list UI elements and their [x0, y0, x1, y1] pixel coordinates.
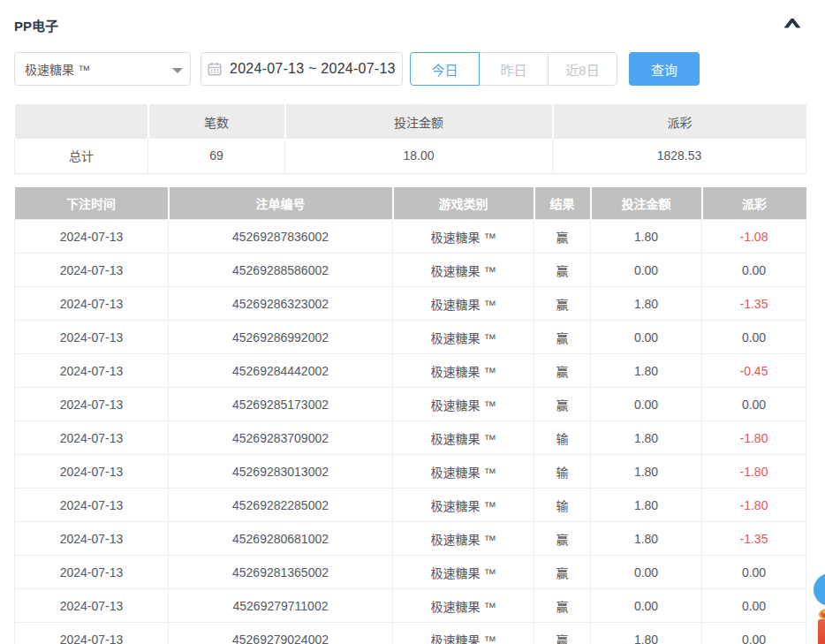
- quick-range-yesterday[interactable]: 昨日: [479, 52, 549, 86]
- record-row: 2024-07-1345269285173002极速糖果 ™赢0.000.00: [15, 388, 806, 421]
- cell-game: 极速糖果 ™: [393, 489, 534, 522]
- cell-date: 2024-07-13: [15, 589, 169, 623]
- record-row: 2024-07-1345269283709002极速糖果 ™输1.80-1.80: [15, 421, 806, 455]
- cell-id: 45269287836002: [169, 220, 393, 254]
- summary-total-label: 总计: [15, 139, 148, 173]
- cell-result: 赢: [534, 589, 591, 623]
- game-select-value: 极速糖果 ™: [25, 60, 90, 78]
- customer-service-bubble[interactable]: [814, 573, 825, 606]
- cell-game: 极速糖果 ™: [393, 623, 534, 644]
- cell-payout: 0.00: [702, 321, 806, 354]
- cell-amount: 0.00: [591, 321, 702, 354]
- cell-id: 45269283013002: [169, 455, 393, 489]
- cell-payout: 0.00: [702, 254, 806, 287]
- date-range-input[interactable]: 2024-07-13 ~ 2024-07-13: [201, 52, 403, 86]
- cell-payout: 0.00: [702, 589, 806, 623]
- summary-total-row: 总计 69 18.00 1828.53: [15, 139, 806, 173]
- cell-amount: 1.80: [591, 421, 702, 455]
- record-row: 2024-07-1345269279024002极速糖果 ™赢1.800.00: [15, 623, 806, 644]
- cell-amount: 1.80: [591, 522, 702, 556]
- cell-result: 赢: [534, 254, 591, 287]
- collapse-panel-button[interactable]: [779, 12, 806, 34]
- cell-date: 2024-07-13: [15, 556, 169, 589]
- cell-date: 2024-07-13: [15, 623, 169, 644]
- col-bet-amount: 投注金额: [591, 187, 702, 220]
- cell-payout: 0.00: [702, 623, 806, 644]
- cell-date: 2024-07-13: [15, 421, 169, 455]
- quick-range-last8days[interactable]: 近8日: [548, 52, 617, 86]
- promo-banner-top: [820, 609, 825, 619]
- cell-payout: -1.35: [702, 522, 806, 556]
- promo-float-widget[interactable]: [813, 605, 825, 644]
- cell-id: 45269279711002: [169, 589, 393, 623]
- record-row: 2024-07-1345269283013002极速糖果 ™输1.80-1.80: [15, 455, 806, 489]
- cell-result: 赢: [534, 354, 591, 388]
- cell-date: 2024-07-13: [15, 220, 169, 254]
- summary-total-bet-amount: 18.00: [285, 139, 553, 173]
- cell-id: 45269283709002: [169, 421, 393, 455]
- cell-id: 45269286992002: [169, 321, 393, 354]
- cell-payout: -1.08: [702, 220, 806, 254]
- game-select[interactable]: 极速糖果 ™: [14, 52, 191, 86]
- cell-amount: 1.80: [591, 354, 702, 388]
- summary-col-blank: [15, 104, 148, 139]
- cell-payout: -1.80: [702, 455, 806, 489]
- cell-result: 赢: [534, 388, 591, 421]
- cell-game: 极速糖果 ™: [393, 522, 534, 556]
- cell-amount: 1.80: [591, 455, 702, 489]
- cell-date: 2024-07-13: [15, 489, 169, 522]
- quick-range-group: 今日昨日近8日: [410, 52, 617, 86]
- record-row: 2024-07-1345269282285002极速糖果 ™输1.80-1.80: [15, 489, 806, 522]
- cell-date: 2024-07-13: [15, 321, 169, 354]
- cell-date: 2024-07-13: [15, 455, 169, 489]
- cell-id: 45269281365002: [169, 556, 393, 589]
- cell-amount: 1.80: [591, 220, 702, 254]
- cell-id: 45269284442002: [169, 354, 393, 388]
- cell-game: 极速糖果 ™: [393, 455, 534, 489]
- record-row: 2024-07-1345269281365002极速糖果 ™赢0.000.00: [15, 556, 806, 589]
- summary-table: 笔数 投注金额 派彩 总计 69 18.00 1828.53: [14, 104, 806, 174]
- cell-amount: 0.00: [591, 254, 702, 287]
- quick-range-today[interactable]: 今日: [410, 52, 480, 86]
- cell-payout: -0.45: [702, 354, 806, 388]
- cell-result: 输: [534, 421, 591, 455]
- record-row: 2024-07-1345269287836002极速糖果 ™赢1.80-1.08: [15, 220, 806, 254]
- cell-result: 赢: [534, 287, 591, 321]
- page-title: PP电子: [14, 16, 58, 34]
- chevron-down-icon: [172, 68, 183, 73]
- cell-amount: 0.00: [591, 388, 702, 421]
- cell-id: 45269282285002: [169, 489, 393, 522]
- col-payout: 派彩: [702, 187, 806, 220]
- filter-bar: 极速糖果 ™ 2024-07-13 ~ 2024-07-13 今日昨日近8日 查…: [14, 52, 700, 86]
- col-result: 结果: [534, 187, 591, 220]
- record-row: 2024-07-1345269286323002极速糖果 ™赢1.80-1.35: [15, 287, 806, 321]
- cell-result: 赢: [534, 623, 591, 644]
- cell-amount: 0.00: [591, 589, 702, 623]
- cell-result: 输: [534, 455, 591, 489]
- cell-game: 极速糖果 ™: [393, 287, 534, 321]
- cell-payout: -1.80: [702, 489, 806, 522]
- cell-payout: 0.00: [702, 388, 806, 421]
- cell-date: 2024-07-13: [15, 254, 169, 287]
- cell-game: 极速糖果 ™: [393, 321, 534, 354]
- cell-date: 2024-07-13: [15, 388, 169, 421]
- cell-id: 45269286323002: [169, 287, 393, 321]
- cell-result: 赢: [534, 556, 591, 589]
- record-row: 2024-07-1345269288586002极速糖果 ™赢0.000.00: [15, 254, 806, 287]
- date-range-value: 2024-07-13 ~ 2024-07-13: [230, 61, 396, 77]
- col-bet-id: 注单编号: [169, 187, 393, 220]
- cell-result: 输: [534, 489, 591, 522]
- chevron-up-icon: [783, 18, 801, 28]
- cell-id: 45269280681002: [169, 522, 393, 556]
- cell-payout: -1.80: [702, 421, 806, 455]
- cell-game: 极速糖果 ™: [393, 421, 534, 455]
- record-row: 2024-07-1345269284442002极速糖果 ™赢1.80-0.45: [15, 354, 806, 388]
- cell-game: 极速糖果 ™: [393, 254, 534, 287]
- promo-banner-body: [818, 619, 825, 644]
- cell-payout: 0.00: [702, 556, 806, 589]
- record-row: 2024-07-1345269280681002极速糖果 ™赢1.80-1.35: [15, 522, 806, 556]
- cell-game: 极速糖果 ™: [393, 388, 534, 421]
- cell-date: 2024-07-13: [15, 354, 169, 388]
- cell-game: 极速糖果 ™: [393, 556, 534, 589]
- query-button[interactable]: 查询: [629, 52, 700, 86]
